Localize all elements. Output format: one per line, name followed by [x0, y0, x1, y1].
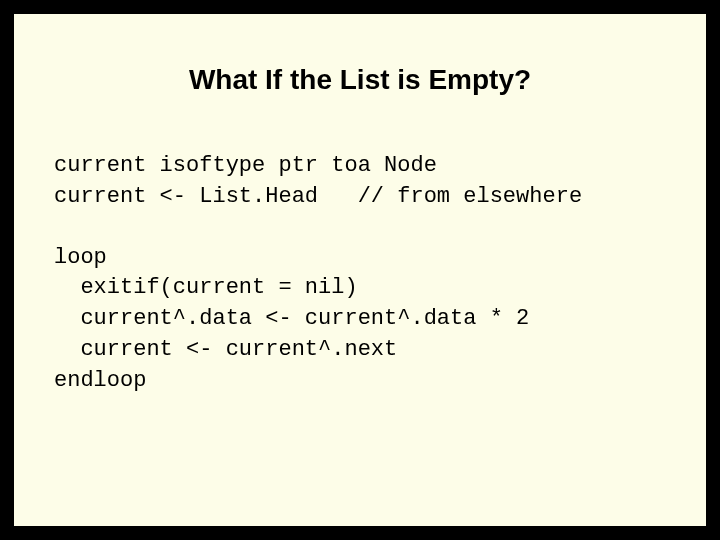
slide-title: What If the List is Empty? — [54, 64, 666, 96]
code-block-loop: loop exitif(current = nil) current^.data… — [54, 243, 666, 397]
slide: What If the List is Empty? current isoft… — [10, 10, 710, 530]
code-block-declarations: current isoftype ptr toa Node current <-… — [54, 151, 666, 213]
